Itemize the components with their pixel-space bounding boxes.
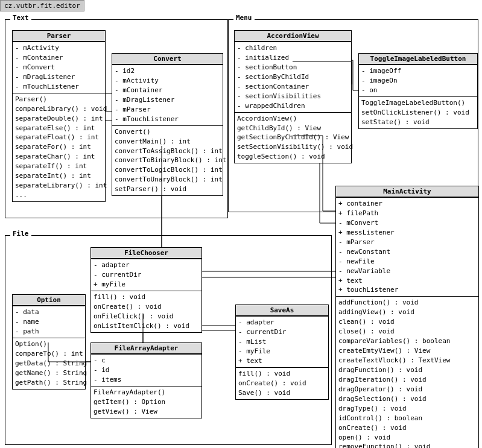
- file-array-adapter-class: FileArrayAdapter - c - id - items FileAr…: [90, 342, 202, 418]
- option-title: Option: [13, 295, 85, 306]
- accordion-view-title: AccordionView: [235, 31, 351, 42]
- text-group-label: Text: [10, 14, 31, 22]
- file-array-adapter-methods: FileArrayAdapter() getItem() : Option ge…: [91, 386, 201, 418]
- accordion-view-methods: AccordionView() getChildById() : View ge…: [235, 112, 351, 163]
- window-title: cz.vutbr.fit.editor: [0, 0, 84, 11]
- save-as-class: SaveAs - adapter - currentDir - mList - …: [235, 304, 329, 400]
- main-activity-title: MainActivity: [336, 186, 478, 197]
- parser-attributes: - mActivity - mContainer - mConvert - mD…: [13, 42, 105, 93]
- menu-group-label: Menu: [233, 14, 255, 22]
- main-activity-attributes: + container + filePath - mConvert + mess…: [336, 197, 478, 296]
- parser-title: Parser: [13, 31, 105, 42]
- toggle-image-title: ToggleImageLabeledButton: [359, 54, 477, 65]
- toggle-image-methods: ToggleImageLabeledButton() setOnClickLis…: [359, 96, 477, 128]
- convert-methods: Convert() convertMain() : int convertToA…: [112, 125, 223, 196]
- toggle-image-class: ToggleImageLabeledButton - imageOff - im…: [358, 53, 478, 129]
- save-as-methods: fill() : void onCreate() : void Save() :…: [236, 367, 328, 399]
- file-chooser-attributes: - adapter - currentDir + myFile: [91, 259, 201, 291]
- accordion-view-class: AccordionView - children - initialized -…: [234, 30, 352, 163]
- file-group-label: File: [10, 230, 31, 238]
- option-attributes: - data - name - path: [13, 306, 85, 338]
- file-array-adapter-attributes: - c - id - items: [91, 354, 201, 386]
- file-chooser-class: FileChooser - adapter - currentDir + myF…: [90, 247, 202, 333]
- toggle-image-attributes: - imageOff - imageOn - on: [359, 65, 477, 96]
- convert-attributes: - id2 - mActivity - mContainer - mDragLi…: [112, 65, 223, 125]
- main-activity-methods: addFunction() : void addingView() : void…: [336, 296, 478, 448]
- diagram-canvas: Text Menu File Parser - mActivity - mCon…: [0, 0, 482, 448]
- save-as-attributes: - adapter - currentDir - mList - myFile …: [236, 316, 328, 367]
- file-array-adapter-title: FileArrayAdapter: [91, 343, 201, 354]
- convert-class: Convert - id2 - mActivity - mContainer -…: [112, 53, 223, 196]
- save-as-title: SaveAs: [236, 305, 328, 316]
- file-chooser-methods: fill() : void onCreate() : void onFileCl…: [91, 291, 201, 332]
- parser-methods: Parser() compareLibrary() : void separat…: [13, 93, 105, 201]
- convert-title: Convert: [112, 54, 223, 65]
- option-methods: Option() compareTo() : int getData() : S…: [13, 338, 85, 389]
- parser-class: Parser - mActivity - mContainer - mConve…: [12, 30, 106, 202]
- option-class: Option - data - name - path Option() com…: [12, 294, 86, 390]
- main-activity-class: MainActivity + container + filePath - mC…: [335, 186, 479, 448]
- accordion-view-attributes: - children - initialized - sectionButton…: [235, 42, 351, 112]
- file-chooser-title: FileChooser: [91, 248, 201, 259]
